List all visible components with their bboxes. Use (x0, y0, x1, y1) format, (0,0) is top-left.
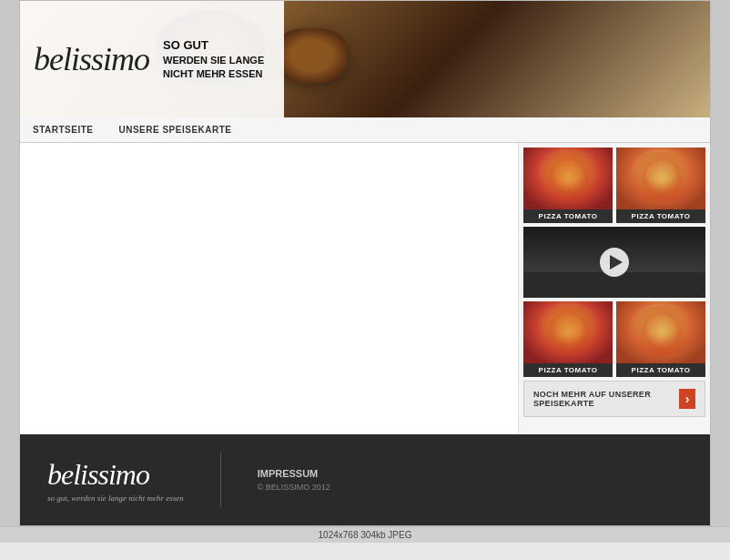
more-button[interactable]: NOCH MEHR AUF UNSERER SPEISEKARTE › (523, 381, 705, 417)
tagline-line1: WERDEN SIE LANGE (163, 55, 264, 66)
header-logo-area: belissimo SO GUT WERDEN SIE LANGE NICHT … (20, 1, 284, 117)
pizza-item-1[interactable]: PIZZA TOMATO (523, 148, 613, 223)
play-button[interactable] (600, 248, 629, 277)
footer-impressum-label[interactable]: IMPRESSUM (258, 468, 330, 479)
footer-logo: belissimo so gut, werden sie lange nicht… (47, 458, 184, 503)
pizza-thumb-4 (616, 301, 705, 363)
pizza-item-4[interactable]: PIZZA TOMATO (616, 301, 705, 377)
tagline-strong: SO GUT (163, 37, 264, 54)
pizza-label-4: PIZZA TOMATO (616, 363, 705, 377)
footer-logo-tagline: so gut, werden sie lange nicht mehr esse… (47, 494, 184, 503)
site-footer: belissimo so gut, werden sie lange nicht… (20, 434, 710, 525)
nav-item-startseite[interactable]: STARTSEITE (29, 125, 96, 135)
browser-wrapper: belissimo SO GUT WERDEN SIE LANGE NICHT … (0, 0, 730, 543)
site-nav: STARTSEITE UNSERE SPEISEKARTE (20, 117, 710, 143)
footer-copyright: © BELISSIMO 2012 (258, 483, 330, 492)
site-logo: belissimo (34, 43, 149, 76)
status-filesize: 304kb (360, 530, 385, 540)
pizza-thumb-1 (523, 148, 613, 209)
pizza-thumb-2 (616, 148, 705, 209)
status-filetype: JPEG (388, 530, 411, 540)
status-dimensions: 1024x768 (319, 530, 359, 540)
sidebar-grid: PIZZA TOMATO PIZZA TOMATO (523, 148, 705, 377)
header-tagline: SO GUT WERDEN SIE LANGE NICHT MEHR ESSEN (163, 37, 264, 82)
video-thumb[interactable] (523, 227, 705, 298)
tagline-line2: NICHT MEHR ESSEN (163, 68, 262, 79)
pizza-label-1: PIZZA TOMATO (523, 209, 613, 223)
more-arrow-icon: › (679, 389, 695, 409)
bottom-status-bar: 1024x768 304kb JPEG (0, 526, 730, 543)
site-container: belissimo SO GUT WERDEN SIE LANGE NICHT … (19, 0, 711, 526)
pizza-item-3[interactable]: PIZZA TOMATO (523, 301, 613, 377)
footer-logo-text: belissimo (47, 458, 184, 492)
nav-item-speisekarte[interactable]: UNSERE SPEISEKARTE (115, 125, 235, 135)
footer-divider (220, 453, 221, 507)
site-header: belissimo SO GUT WERDEN SIE LANGE NICHT … (20, 1, 710, 117)
main-content: PIZZA TOMATO PIZZA TOMATO (20, 143, 710, 434)
pizza-label-3: PIZZA TOMATO (523, 363, 613, 377)
content-area (20, 143, 519, 434)
pizza-item-2[interactable]: PIZZA TOMATO (616, 148, 705, 223)
pizza-thumb-3 (523, 301, 613, 363)
pizza-label-2: PIZZA TOMATO (616, 209, 705, 223)
play-icon (610, 255, 623, 270)
more-button-label: NOCH MEHR AUF UNSERER SPEISEKARTE (533, 390, 679, 408)
footer-links: IMPRESSUM © BELISSIMO 2012 (258, 468, 330, 492)
sidebar: PIZZA TOMATO PIZZA TOMATO (519, 143, 710, 434)
